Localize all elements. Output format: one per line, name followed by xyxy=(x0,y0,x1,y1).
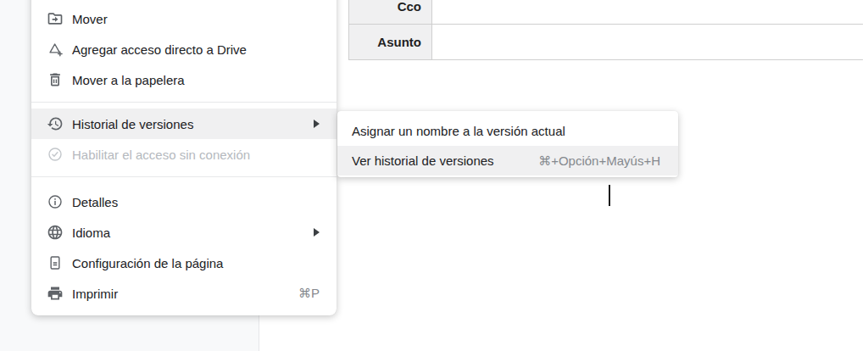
menu-divider xyxy=(31,176,337,177)
menu-item-idioma[interactable]: Idioma xyxy=(31,217,337,248)
submenu-arrow-icon xyxy=(314,228,320,237)
trash-icon xyxy=(47,71,64,88)
menu-item-label: Configuración de la página xyxy=(72,256,320,270)
menu-item-label: Mover a la papelera xyxy=(72,73,320,87)
page-icon xyxy=(47,254,64,271)
screen: Cco Asunto Mover A xyxy=(0,0,868,351)
asunto-label: Asunto xyxy=(348,25,432,59)
menu-item-historial-versiones[interactable]: Historial de versiones xyxy=(31,109,337,139)
menu-item-configuracion-pagina[interactable]: Configuración de la página xyxy=(31,248,337,278)
menu-item-label: Agregar acceso directo a Drive xyxy=(72,42,320,57)
menu-item-imprimir[interactable]: Imprimir ⌘P xyxy=(31,278,337,309)
printer-icon xyxy=(47,285,64,302)
menu-item-label: Mover xyxy=(72,12,320,26)
menu-item-label: Detalles xyxy=(72,195,320,209)
folder-move-icon xyxy=(47,10,64,27)
text-caret xyxy=(609,185,610,206)
menu-item-habilitar-sin-conexion: Habilitar el acceso sin conexión xyxy=(31,139,337,170)
menu-item-agregar-acceso-drive[interactable]: Agregar acceso directo a Drive xyxy=(31,34,337,64)
submenu-arrow-icon xyxy=(314,120,320,128)
cco-field[interactable] xyxy=(432,0,863,24)
asunto-field[interactable] xyxy=(432,25,863,59)
menu-item-detalles[interactable]: Detalles xyxy=(31,187,337,217)
offline-check-icon xyxy=(47,146,64,163)
cco-label: Cco xyxy=(348,0,432,24)
compose-form: Cco Asunto xyxy=(348,0,863,60)
menu-item-label: Idioma xyxy=(72,226,314,240)
menu-item-mover-papelera[interactable]: Mover a la papelera xyxy=(31,64,337,95)
globe-icon xyxy=(47,224,64,241)
info-icon xyxy=(47,193,64,210)
submenu-shortcut: ⌘+Opción+Mayús+H xyxy=(538,153,660,169)
menu-divider xyxy=(31,102,337,103)
menu-shortcut: ⌘P xyxy=(298,286,320,301)
submenu-item-asignar-nombre[interactable]: Asignar un nombre a la versión actual xyxy=(337,116,678,146)
add-to-drive-icon xyxy=(47,41,64,58)
compose-row-asunto: Asunto xyxy=(348,25,863,60)
menu-item-mover[interactable]: Mover xyxy=(31,3,337,34)
submenu-item-label: Ver historial de versiones xyxy=(352,153,538,168)
compose-row-cco: Cco xyxy=(348,0,863,25)
history-icon xyxy=(47,115,64,132)
file-menu: Mover Agregar acceso directo a Drive Mov… xyxy=(31,0,337,315)
menu-item-label: Imprimir xyxy=(72,287,298,301)
menu-item-label: Habilitar el acceso sin conexión xyxy=(72,148,320,162)
submenu-item-ver-historial[interactable]: Ver historial de versiones ⌘+Opción+Mayú… xyxy=(337,146,678,176)
version-history-submenu: Asignar un nombre a la versión actual Ve… xyxy=(337,111,678,177)
menu-item-label: Historial de versiones xyxy=(72,117,314,131)
submenu-item-label: Asignar un nombre a la versión actual xyxy=(352,124,660,138)
